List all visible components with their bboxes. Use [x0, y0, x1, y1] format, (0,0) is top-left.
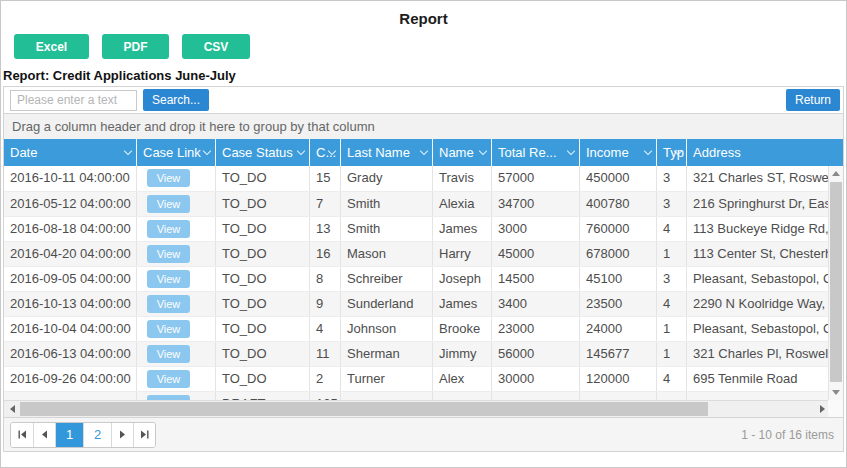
view-case-button[interactable]: View [147, 220, 190, 238]
cell-case-status: TO_DO [215, 267, 309, 291]
cell-case-id: 125 [309, 392, 340, 400]
cell-case-id: 15 [309, 166, 340, 191]
pager-prev-button[interactable] [33, 423, 55, 447]
cell-name: Harry [432, 242, 491, 266]
cell-type: 4 [656, 217, 686, 241]
column-header-case-link[interactable]: Case Link [136, 139, 215, 166]
cell-income: 760000 [579, 217, 656, 241]
cell-address [686, 392, 830, 400]
view-case-button[interactable]: View [147, 195, 190, 213]
group-by-drop-zone[interactable]: Drag a column header and drop it here to… [4, 113, 843, 139]
search-button[interactable]: Search... [143, 89, 209, 111]
cell-total-requested: 34700 [491, 192, 579, 216]
scroll-up-icon[interactable] [829, 166, 843, 181]
column-menu-chevron-down-icon[interactable] [329, 149, 335, 155]
cell-income: 24000 [579, 317, 656, 341]
pager-last-button[interactable] [133, 423, 155, 447]
pager-next-button[interactable] [111, 423, 133, 447]
cell-case-link: View [136, 242, 215, 266]
column-menu-chevron-down-icon[interactable] [204, 149, 210, 155]
column-menu-chevron-down-icon[interactable] [645, 149, 651, 155]
table-row: 2016-06-13 04:00:00ViewTO_DO11ShermanJim… [4, 341, 830, 366]
export-button-row: Excel PDF CSV [14, 34, 846, 59]
cell-case-link: View [136, 217, 215, 241]
column-header-label: Name [439, 145, 474, 160]
cell-last-name: Sherman [340, 342, 432, 366]
cell-case-link: View [136, 192, 215, 216]
column-header-address[interactable]: Address [686, 139, 830, 166]
next-page-icon [118, 430, 127, 439]
column-menu-chevron-down-icon[interactable] [568, 149, 574, 155]
cell-total-requested [491, 392, 579, 400]
cell-case-link: View [136, 342, 215, 366]
view-case-button[interactable]: View [147, 320, 190, 338]
grid-body: 2016-10-11 04:00:00ViewTO_DO15GradyTravi… [4, 166, 830, 400]
cell-case-status: TO_DO [215, 342, 309, 366]
column-header-case-status[interactable]: Case Status [215, 139, 309, 166]
view-case-button[interactable]: View [147, 370, 190, 388]
cell-case-status: DRAFT [215, 392, 309, 400]
prev-page-icon [40, 430, 49, 439]
cell-case-id: 8 [309, 267, 340, 291]
cell-total-requested: 57000 [491, 166, 579, 191]
column-menu-chevron-down-icon[interactable] [480, 149, 486, 155]
search-input[interactable] [10, 90, 137, 111]
cell-name: Alex [432, 367, 491, 391]
column-header-label: Total Re... [498, 145, 557, 160]
column-header-last-name[interactable]: Last Name [340, 139, 432, 166]
cell-name: Travis [432, 166, 491, 191]
report-name-label: Report: Credit Applications June-July [3, 68, 846, 83]
cell-income: 678000 [579, 242, 656, 266]
pager-page-1-button[interactable]: 1 [55, 423, 83, 447]
column-menu-chevron-down-icon[interactable] [125, 149, 131, 155]
cell-date: 2016-09-26 04:00:00 [4, 367, 136, 391]
column-header-type[interactable]: Typ [656, 139, 686, 166]
column-header-income[interactable]: Income [579, 139, 656, 166]
cell-case-link: View [136, 317, 215, 341]
cell-case-status: TO_DO [215, 166, 309, 191]
export-pdf-button[interactable]: PDF [102, 34, 169, 59]
cell-date: 2016-10-13 04:00:00 [4, 292, 136, 316]
cell-type: 3 [656, 166, 686, 191]
view-case-button[interactable]: View [147, 345, 190, 363]
horizontal-scrollbar-thumb[interactable] [20, 402, 708, 416]
cell-date: 2016-04-20 04:00:00 [4, 242, 136, 266]
scroll-left-icon[interactable] [4, 401, 20, 417]
cell-last-name: Schreiber [340, 267, 432, 291]
export-csv-button[interactable]: CSV [182, 34, 250, 59]
table-row: 2016-08-18 04:00:00ViewTO_DO13SmithJames… [4, 216, 830, 241]
column-header-case-id[interactable]: C... [309, 139, 340, 166]
column-header-total-requested[interactable]: Total Re... [491, 139, 579, 166]
column-header-label: Income [586, 145, 629, 160]
column-menu-chevron-down-icon[interactable] [298, 149, 304, 155]
cell-last-name [340, 392, 432, 400]
view-case-button[interactable]: View [147, 270, 190, 288]
export-excel-button[interactable]: Excel [14, 34, 89, 59]
pager-first-button[interactable] [11, 423, 33, 447]
cell-name: Jimmy [432, 342, 491, 366]
column-header-date[interactable]: Date [4, 139, 136, 166]
vertical-scrollbar-thumb[interactable] [830, 182, 842, 382]
cell-income: 45100 [579, 267, 656, 291]
view-case-button[interactable]: View [147, 245, 190, 263]
return-button[interactable]: Return [786, 89, 840, 111]
horizontal-scrollbar[interactable] [4, 400, 830, 417]
cell-date: 2016-06-13 04:00:00 [4, 342, 136, 366]
pager-page-2-button[interactable]: 2 [83, 423, 111, 447]
cell-name [432, 392, 491, 400]
cell-total-requested: 56000 [491, 342, 579, 366]
cell-type: 3 [656, 192, 686, 216]
vertical-scrollbar[interactable] [828, 166, 843, 400]
view-case-button[interactable]: View [147, 169, 190, 187]
column-header-label: Last Name [347, 145, 410, 160]
data-grid: Search... Return Drag a column header an… [3, 86, 844, 452]
view-case-button[interactable]: View [147, 295, 190, 313]
cell-total-requested: 3400 [491, 292, 579, 316]
scroll-down-icon[interactable] [829, 385, 843, 400]
column-header-name[interactable]: Name [432, 139, 491, 166]
column-menu-chevron-down-icon[interactable] [421, 149, 427, 155]
cell-case-link: View [136, 292, 215, 316]
cell-last-name: Johnson [340, 317, 432, 341]
column-menu-chevron-down-icon[interactable] [675, 149, 681, 155]
cell-date: 2016-09-05 04:00:00 [4, 267, 136, 291]
